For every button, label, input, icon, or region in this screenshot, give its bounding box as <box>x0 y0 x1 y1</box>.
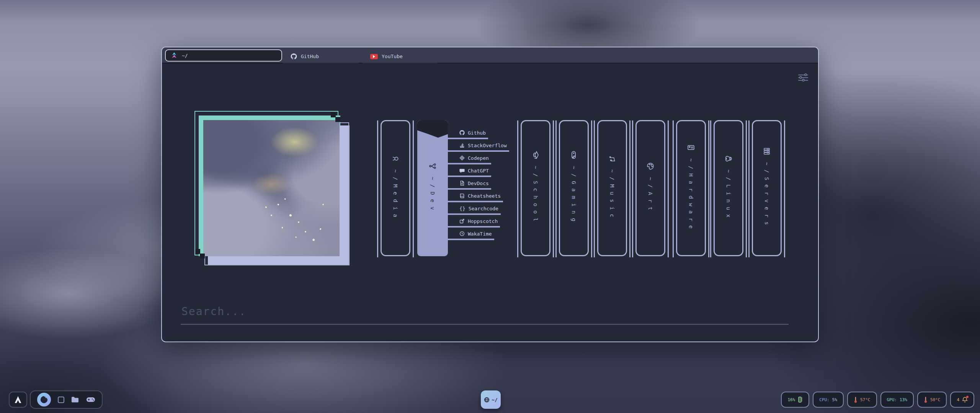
notification-count: 4 <box>957 397 959 402</box>
ram-value: 16% <box>787 397 795 402</box>
book-school[interactable]: ~/School <box>521 120 550 256</box>
browser-window: ~/ GitHub YouTube <box>161 47 819 342</box>
book-music[interactable]: ~/Music <box>597 120 627 256</box>
braces-icon: {} <box>459 206 466 211</box>
gpu-temp-value: 50°C <box>930 397 941 402</box>
codepen-icon <box>459 155 465 161</box>
link-github[interactable]: Github <box>448 130 488 139</box>
server-rack-icon <box>763 147 771 155</box>
launcher-button[interactable] <box>9 392 27 408</box>
graduation-cap-icon <box>532 151 540 159</box>
book-label: ~/Linux <box>725 169 732 221</box>
pc-case-icon <box>687 143 695 151</box>
chat-bubble-icon <box>459 168 465 173</box>
cpu-widget: CPU: 5% <box>813 392 844 408</box>
book-media[interactable]: ~/Media <box>381 120 410 256</box>
book-art[interactable]: ~/Art <box>635 120 665 256</box>
ram-icon <box>798 397 803 403</box>
link-label: DevDocs <box>468 180 489 186</box>
notifications-widget[interactable]: 4 <box>950 392 974 408</box>
active-window-badge[interactable]: ~/ <box>481 390 501 409</box>
clock-icon <box>459 231 465 236</box>
github-icon <box>459 130 465 135</box>
active-window-label: ~/ <box>492 397 498 403</box>
link-codepen[interactable]: Codepen <box>448 155 491 164</box>
cpu-value: 5% <box>832 397 837 402</box>
link-label: WakaTime <box>468 231 492 237</box>
gamepad-icon <box>570 151 578 159</box>
link-stackoverflow[interactable]: StackOverflow <box>448 143 509 152</box>
book-label: ~/Art <box>647 177 653 214</box>
gamepad-icon[interactable] <box>86 397 95 403</box>
firefox-active-app[interactable] <box>37 393 51 406</box>
book-cover-curl <box>417 120 448 138</box>
music-note-icon <box>608 155 616 163</box>
arch-arrow-icon <box>13 395 23 404</box>
firefox-icon <box>40 395 48 404</box>
book-label: ~/Media <box>392 169 399 221</box>
link-hoppscotch[interactable]: Hoppscotch <box>448 218 500 228</box>
link-label: Github <box>468 130 486 136</box>
book-icon <box>459 193 465 198</box>
book-label: ~/School <box>532 166 539 225</box>
link-label: StackOverflow <box>468 143 507 148</box>
git-branch-icon <box>429 162 436 170</box>
link-wakatime[interactable]: WakaTime <box>448 231 494 240</box>
search-input[interactable] <box>181 303 789 325</box>
link-devdocs[interactable]: DevDocs <box>448 180 491 190</box>
book-label: ~/Music <box>609 169 615 221</box>
book-label: ~/Dev <box>430 177 436 214</box>
gpu-temp-widget: 50°C <box>917 392 947 408</box>
app-dock <box>30 390 103 409</box>
book-label: ~/Hardware <box>688 158 694 233</box>
palette-icon <box>647 162 655 170</box>
link-label: Cheatsheets <box>468 193 501 199</box>
link-searchcode[interactable]: {}Searchcode <box>448 206 501 215</box>
folder-icon[interactable] <box>71 396 79 403</box>
workspace-square-icon[interactable] <box>58 397 64 403</box>
media-icon <box>392 155 399 163</box>
stackoverflow-icon <box>459 143 465 148</box>
link-label: ChatGPT <box>468 168 489 174</box>
desktop: ~/ GitHub YouTube <box>0 0 980 413</box>
thermometer-icon <box>924 397 928 403</box>
cpu-temp-value: 57°C <box>860 397 871 402</box>
dev-links-list: Github StackOverflow Codepen ChatGPT <box>448 130 509 244</box>
book-hardware[interactable]: ~/Hardware <box>676 120 706 256</box>
cpu-label: CPU: <box>819 397 830 402</box>
gpu-value: 13% <box>900 397 907 402</box>
link-cheatsheets[interactable]: Cheatsheets <box>448 193 503 202</box>
book-dev-open[interactable]: ~/Dev <box>417 120 448 256</box>
book-label: ~/Servers <box>764 162 770 229</box>
book-linux[interactable]: ~/Linux <box>714 120 743 256</box>
link-label: Searchcode <box>469 206 498 211</box>
penguin-icon <box>725 154 733 163</box>
thermometer-icon <box>854 397 858 403</box>
book-label: ~/Gaming <box>571 166 577 225</box>
globe-icon <box>484 397 490 403</box>
bookshelf: ~/Media ~/Dev ~/School <box>162 47 818 341</box>
notification-dot <box>966 396 969 398</box>
gpu-widget: GPU: 13% <box>880 392 914 408</box>
ram-widget: 16% <box>781 392 809 408</box>
book-gaming[interactable]: ~/Gaming <box>559 120 589 256</box>
status-bar: 16% CPU: 5% 57°C GPU: 13% 50 <box>781 392 974 408</box>
gpu-label: GPU: <box>887 397 897 402</box>
link-chatgpt[interactable]: ChatGPT <box>448 168 491 177</box>
link-label: Codepen <box>468 155 489 161</box>
book-servers[interactable]: ~/Servers <box>752 120 782 256</box>
link-label: Hoppscotch <box>468 218 498 224</box>
cpu-temp-widget: 57°C <box>847 392 877 408</box>
document-icon <box>459 180 465 186</box>
box-arrow-icon <box>459 218 465 224</box>
